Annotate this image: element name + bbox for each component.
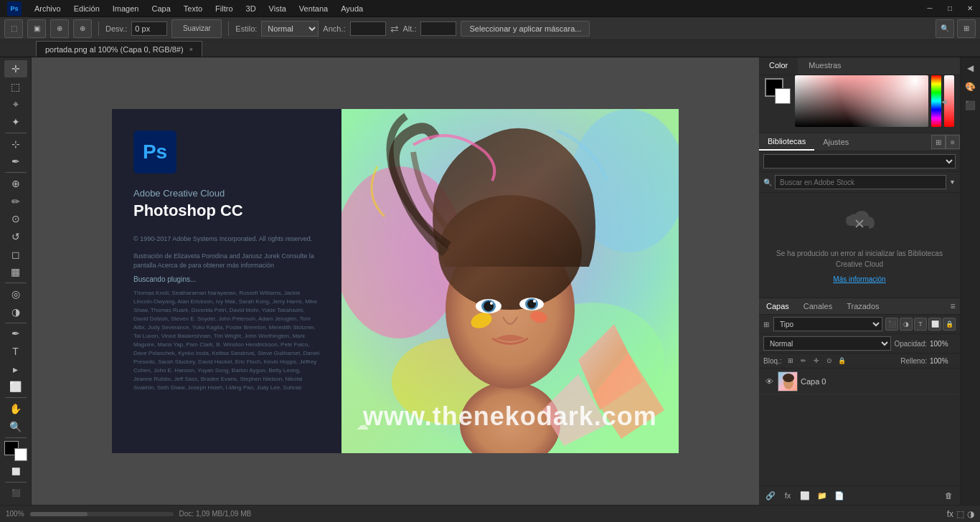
filter-shape-icon[interactable]: ⬜ (928, 318, 941, 331)
antialiasing-btn[interactable]: Suavizar (171, 19, 222, 38)
menu-vista[interactable]: Vista (263, 3, 292, 14)
new-group-icon[interactable]: 📁 (815, 488, 829, 503)
tab-trazados[interactable]: Trazados (839, 298, 886, 314)
history-brush-tool[interactable]: ↺ (4, 228, 27, 245)
tab-ajustes[interactable]: Ajustes (814, 134, 857, 150)
document-tab[interactable]: portada.png al 100% (Capa 0, RGB/8#) × (36, 41, 202, 57)
tab-color[interactable]: Color (759, 57, 798, 75)
menu-imagen[interactable]: Imagen (107, 3, 145, 14)
menu-capa[interactable]: Capa (146, 3, 176, 14)
add-style-icon[interactable]: fx (781, 488, 795, 503)
layer-item-0[interactable]: 👁 (759, 369, 960, 394)
libraries-grid-icon[interactable]: ⊞ (931, 135, 946, 149)
brush-tool[interactable]: ✏ (4, 193, 27, 210)
status-icon-3[interactable]: ◑ (967, 509, 974, 519)
libraries-search-input[interactable] (775, 175, 946, 189)
gradient-tool[interactable]: ▦ (4, 264, 27, 281)
lock-move-icon[interactable]: ✛ (811, 355, 822, 366)
background-color-swatch[interactable] (14, 448, 27, 461)
libraries-list-icon[interactable]: ≡ (946, 135, 960, 149)
hue-slider[interactable]: ◀ (931, 75, 941, 127)
blur-tool[interactable]: ◎ (4, 285, 27, 303)
opacity-value[interactable]: 100% (930, 340, 956, 348)
menu-3d[interactable]: 3D (240, 3, 262, 14)
selection-shape-btn[interactable]: ▣ (27, 19, 46, 38)
selection-add-btn[interactable]: ⊕ (73, 19, 92, 38)
select-mask-button[interactable]: Seleccionar y aplicar máscara... (461, 21, 590, 37)
add-mask-icon[interactable]: ⬜ (798, 488, 812, 503)
status-icon-2[interactable]: ⬚ (956, 509, 964, 519)
tab-canales[interactable]: Canales (796, 298, 839, 314)
selection-tool[interactable]: ⬚ (4, 78, 27, 95)
quick-mask-btn[interactable]: ⬜ (4, 463, 27, 480)
color-picker[interactable] (795, 75, 928, 127)
filter-pixel-icon[interactable]: ⬛ (885, 318, 898, 331)
layout-icon[interactable]: ⊞ (957, 19, 976, 38)
panel-icon-color[interactable]: 🎨 (963, 79, 979, 95)
delete-layer-icon[interactable]: 🗑 (941, 488, 956, 503)
menu-archivo[interactable]: Archivo (29, 3, 67, 14)
color-panel: Color Muestras ◀ (759, 57, 960, 133)
feather-input[interactable] (131, 22, 167, 36)
crop-tool[interactable]: ⊹ (4, 136, 27, 153)
lock-transparency-icon[interactable]: ⊞ (785, 355, 796, 366)
filter-adjust-icon[interactable]: ◑ (900, 318, 913, 331)
new-layer-icon[interactable]: 📄 (832, 488, 847, 503)
magic-wand-tool[interactable]: ✦ (4, 113, 27, 130)
text-tool[interactable]: T (4, 343, 27, 360)
style-dropdown[interactable]: Normal (261, 21, 319, 37)
menu-ayuda[interactable]: Ayuda (335, 3, 369, 14)
panel-collapse-icon[interactable]: ◀ (963, 60, 979, 76)
width-input[interactable] (350, 22, 386, 36)
clone-tool[interactable]: ⊙ (4, 210, 27, 227)
zoom-tool[interactable]: 🔍 (4, 418, 27, 435)
panel-icon-layers[interactable]: ⬛ (963, 98, 979, 113)
libraries-dropdown[interactable] (763, 154, 956, 169)
layer-visibility-icon[interactable]: 👁 (763, 376, 775, 387)
minimize-button[interactable]: ─ (920, 0, 940, 17)
libraries-more-info-link[interactable]: Más información (833, 275, 885, 283)
lasso-tool[interactable]: ⌖ (4, 95, 27, 113)
menu-texto[interactable]: Texto (178, 3, 208, 14)
foreground-background-swatches[interactable] (4, 441, 27, 460)
filter-text-icon[interactable]: T (914, 318, 927, 331)
dodge-tool[interactable]: ◑ (4, 303, 27, 321)
heal-tool[interactable]: ⊕ (4, 175, 27, 192)
close-button[interactable]: ✕ (960, 0, 980, 17)
selection-tool-btn[interactable]: ⬚ (4, 19, 23, 38)
capas-filter-select[interactable]: Tipo (773, 317, 882, 331)
blend-mode-select[interactable]: Normal (763, 336, 891, 351)
hand-tool[interactable]: ✋ (4, 400, 27, 417)
lock-artboard-icon[interactable]: ⊙ (824, 355, 835, 366)
menu-ventana[interactable]: Ventana (293, 3, 334, 14)
tab-muestras[interactable]: Muestras (798, 57, 852, 75)
pen-tool[interactable]: ✒ (4, 325, 27, 342)
tab-bibliotecas[interactable]: Bibliotecas (759, 133, 814, 151)
search-icon[interactable]: 🔍 (936, 19, 954, 38)
shape-tool[interactable]: ⬜ (4, 379, 27, 396)
background-swatch[interactable] (775, 88, 791, 104)
color-picker-container: ◀ (795, 75, 954, 127)
tab-capas[interactable]: Capas (759, 298, 796, 314)
link-layers-icon[interactable]: 🔗 (763, 488, 778, 503)
fill-value[interactable]: 100% (930, 357, 956, 365)
selection-lasso-btn[interactable]: ⊕ (50, 19, 69, 38)
path-select-tool[interactable]: ▸ (4, 361, 27, 378)
fg-bg-swatches[interactable] (765, 78, 791, 104)
lock-all-icon[interactable]: 🔒 (837, 355, 848, 366)
capas-panel-menu-icon[interactable]: ≡ (946, 299, 960, 313)
doc-info: Doc: 1,09 MB/1,09 MB (179, 510, 252, 518)
menu-edicion[interactable]: Edición (68, 3, 105, 14)
height-input[interactable] (420, 22, 456, 36)
move-tool[interactable]: ✛ (4, 60, 27, 77)
layer-name[interactable]: Capa 0 (801, 377, 956, 386)
filter-smart-icon[interactable]: 🔒 (943, 318, 956, 331)
tab-close-icon[interactable]: × (189, 46, 193, 53)
screen-mode-btn[interactable]: ⬛ (4, 485, 27, 502)
eraser-tool[interactable]: ◻ (4, 246, 27, 263)
menu-filtro[interactable]: Filtro (209, 3, 238, 14)
status-icon-1[interactable]: fx (947, 509, 953, 519)
maximize-button[interactable]: □ (940, 0, 960, 17)
eyedropper-tool[interactable]: ✒ (4, 153, 27, 170)
lock-brush-icon[interactable]: ✏ (798, 355, 809, 366)
